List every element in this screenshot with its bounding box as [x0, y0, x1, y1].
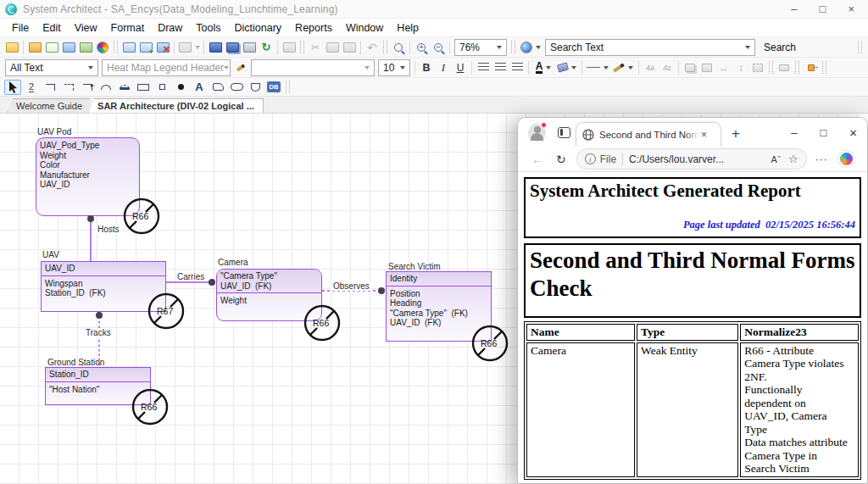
save-icon[interactable] [208, 40, 223, 55]
web-browser-icon[interactable] [519, 40, 542, 55]
browser-close-button[interactable]: × [849, 125, 857, 140]
note-tool[interactable] [209, 80, 226, 95]
back-button[interactable]: ← [531, 152, 544, 166]
dashed-line-tool[interactable] [60, 80, 77, 95]
publish-icon[interactable] [178, 40, 200, 55]
search-button[interactable]: Search [757, 40, 803, 55]
save-all-icon[interactable] [225, 40, 240, 55]
shield-tool[interactable] [247, 80, 264, 95]
text-tool[interactable]: A [191, 80, 208, 95]
group-icon[interactable] [682, 60, 698, 75]
align-center-icon[interactable] [492, 60, 508, 75]
read-aloud-icon[interactable]: A⌁ [771, 153, 782, 164]
toolbar-grip[interactable] [383, 41, 387, 53]
link-definition-icon[interactable] [281, 40, 297, 55]
arc-dashed-tool[interactable] [116, 80, 133, 95]
orthogonal-line-tool[interactable] [42, 80, 58, 95]
italic-button[interactable]: I [436, 60, 451, 75]
refresh-icon[interactable]: ↻ [259, 40, 274, 55]
toolbar-grip[interactable] [858, 41, 862, 53]
menu-edit[interactable]: Edit [36, 20, 68, 36]
toolbar-grip[interactable] [795, 61, 799, 74]
relationship-label-hosts[interactable]: Hosts [96, 225, 121, 234]
auto-layout-icon[interactable]: ↔ [804, 60, 819, 75]
copilot-icon[interactable] [838, 151, 854, 167]
sort-descending-icon[interactable]: 4z [659, 60, 675, 75]
zoom-level-combo[interactable]: 76% [454, 39, 507, 56]
tab-sar-architecture[interactable]: SAR Architecture (DIV-02 Logical ... [88, 98, 264, 113]
relationship-label-carries[interactable]: Carries [175, 272, 206, 281]
undo-icon[interactable]: ↶ [364, 40, 380, 55]
paste-icon[interactable] [342, 40, 357, 55]
new-diagram-icon[interactable] [121, 40, 136, 55]
database-entity-tool[interactable]: DB [265, 80, 282, 95]
fill-color-icon[interactable] [556, 60, 578, 75]
menu-help[interactable]: Help [390, 20, 426, 36]
relationship-label-observes[interactable]: Observes [331, 281, 371, 291]
relationship-label-tracks[interactable]: Tracks [84, 328, 113, 337]
entity-ground-station[interactable]: Station_ID "Host Nation" [45, 367, 151, 405]
address-bar[interactable]: i File C:/Users/lou.varver... A⌁ ☆ [576, 148, 807, 170]
underline-button[interactable]: U [453, 60, 468, 75]
print-icon[interactable] [242, 40, 257, 55]
snap-grid-icon[interactable] [750, 60, 765, 75]
page-info-icon[interactable]: i [585, 153, 596, 164]
menu-dictionary[interactable]: Dictionary [228, 20, 289, 36]
menu-reports[interactable]: Reports [288, 20, 339, 36]
square-tool[interactable] [153, 80, 170, 95]
menu-window[interactable]: Window [339, 20, 390, 36]
workspaces-icon[interactable] [558, 127, 570, 138]
bold-button[interactable]: B [419, 60, 434, 75]
elbow-connector-tool[interactable]: ▸ [79, 80, 96, 95]
sort-ascending-icon[interactable]: 4a [643, 60, 658, 75]
zoom-region-icon[interactable] [391, 40, 406, 55]
toolbar-grip[interactable] [114, 41, 118, 53]
associate-icon[interactable] [699, 60, 715, 75]
color-wheel-icon[interactable] [95, 40, 110, 55]
arc-tool[interactable] [97, 80, 114, 95]
browse-definitions-icon[interactable] [27, 40, 42, 55]
same-height-icon[interactable]: ↕ [733, 60, 748, 75]
toolbar-grip[interactable] [769, 61, 773, 74]
rectangle-tool[interactable] [135, 80, 152, 95]
align-left-icon[interactable] [476, 60, 491, 75]
toolbar-grip[interactable] [286, 81, 290, 93]
add-diagram-icon[interactable]: + [138, 40, 153, 55]
browser-maximize-button[interactable]: □ [820, 126, 826, 139]
tab-close-icon[interactable]: × [701, 129, 707, 141]
same-width-icon[interactable]: ↔ [716, 60, 732, 75]
toolbar-grip[interactable] [300, 41, 304, 53]
two-point-line-tool[interactable]: 2 [23, 80, 40, 95]
entity-uav-pod[interactable]: UAV_Pod_Type Weight Color Manufacturer U… [36, 137, 140, 216]
tab-welcome-guide[interactable]: Welcome Guide [7, 98, 92, 113]
menu-draw[interactable]: Draw [151, 20, 189, 36]
toolbar-grip[interactable] [511, 41, 515, 53]
browser-tab[interactable]: Second and Third Normal × [576, 122, 721, 147]
copy-icon[interactable] [325, 40, 340, 55]
cut-icon[interactable]: ✂ [308, 40, 323, 55]
open-diagram-icon[interactable] [61, 40, 76, 55]
line-color-icon[interactable] [611, 60, 635, 75]
delete-diagram-icon[interactable]: ✕ [155, 40, 170, 55]
menu-tools[interactable]: Tools [189, 20, 227, 36]
entity-uav[interactable]: UAV_ID Wingspan Station_ID (FK) [41, 261, 166, 312]
named-style-combo[interactable]: Heat Map Legend Header [102, 59, 231, 76]
profile-avatar[interactable] [528, 124, 546, 142]
select-tool[interactable] [4, 80, 21, 95]
zoom-out-icon[interactable]: − [431, 40, 446, 55]
sa-maximize-button[interactable]: □ [820, 3, 826, 15]
new-tab-button[interactable]: + [732, 125, 740, 142]
edit-definition-icon[interactable] [44, 40, 59, 55]
browse-diagrams-icon[interactable] [78, 40, 93, 55]
font-size-combo[interactable]: 10 [378, 59, 410, 76]
align-shapes-icon[interactable] [776, 60, 792, 75]
style-brush-icon[interactable] [233, 60, 248, 75]
menu-view[interactable]: View [68, 20, 104, 36]
browser-minimize-button[interactable]: – [791, 126, 797, 139]
dot-tool[interactable] [172, 80, 189, 95]
search-text-combo[interactable]: Search Text [545, 39, 755, 56]
open-encyclopedia-icon[interactable] [4, 40, 19, 55]
align-right-icon[interactable] [509, 60, 525, 75]
favorite-star-icon[interactable]: ☆ [788, 153, 798, 165]
sa-close-button[interactable]: × [848, 3, 854, 15]
